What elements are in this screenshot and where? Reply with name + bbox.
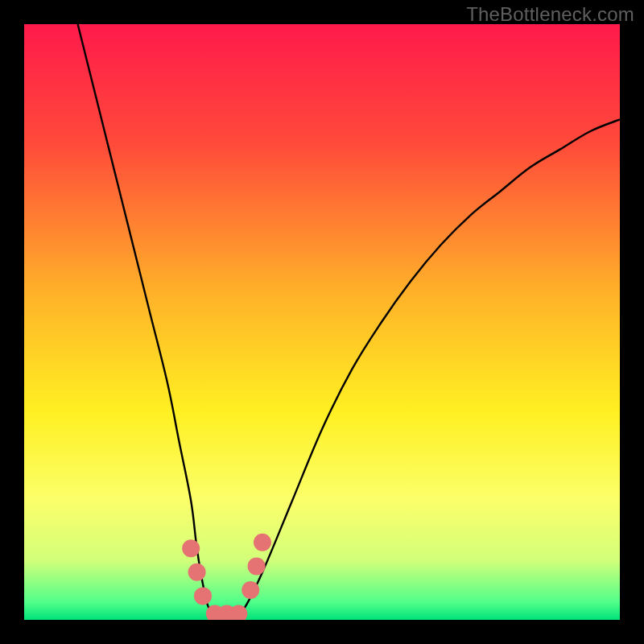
marker-dot [182,539,200,557]
marker-dot [242,581,259,599]
watermark-text: TheBottleneck.com [466,3,634,26]
bottleneck-curve [78,24,620,620]
marker-dot [248,557,266,575]
marker-dot [188,564,206,581]
curve-layer [24,24,620,620]
bottom-markers [182,534,271,620]
marker-dot [194,587,212,605]
plot-area [24,24,620,620]
chart-frame: TheBottleneck.com [0,0,644,644]
marker-dot [254,534,271,551]
